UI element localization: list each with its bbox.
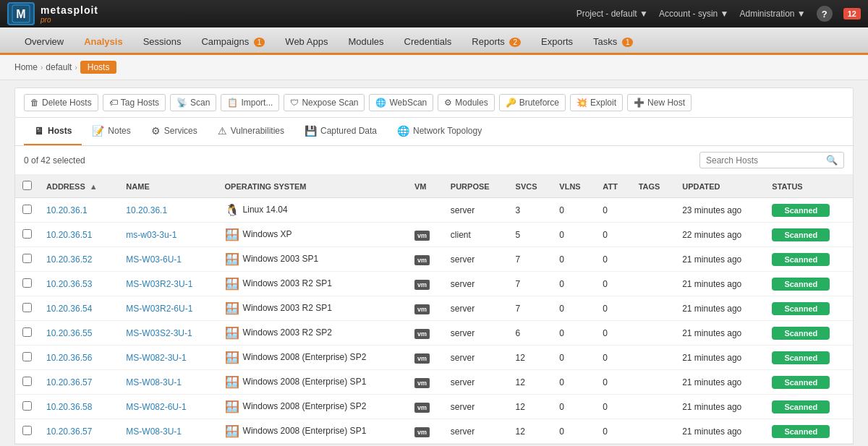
row-checkbox-cell[interactable] xyxy=(15,247,39,272)
row-name[interactable]: MS-W03R2-6U-1 xyxy=(119,296,217,321)
name-link[interactable]: ms-w03-3u-1 xyxy=(126,230,176,240)
address-link[interactable]: 10.20.36.52 xyxy=(46,254,92,265)
row-checkbox-cell[interactable] xyxy=(15,223,39,247)
nav-overview[interactable]: Overview xyxy=(14,30,74,55)
row-checkbox-cell[interactable] xyxy=(15,321,39,346)
nav-webapps[interactable]: Web Apps xyxy=(275,30,338,55)
row-checkbox-0[interactable] xyxy=(22,205,32,214)
nav-exports[interactable]: Exports xyxy=(531,30,583,55)
admin-selector[interactable]: Administration ▼ xyxy=(740,9,806,19)
name-link[interactable]: MS-W08-3U-1 xyxy=(126,377,182,387)
row-address[interactable]: 10.20.36.54 xyxy=(39,296,119,321)
search-input[interactable] xyxy=(706,155,826,166)
address-link[interactable]: 10.20.36.53 xyxy=(46,279,92,289)
row-address[interactable]: 10.20.36.58 xyxy=(39,395,119,419)
row-address[interactable]: 10.20.36.52 xyxy=(39,247,119,272)
name-link[interactable]: MS-W08-3U-1 xyxy=(126,426,182,437)
row-checkbox-4[interactable] xyxy=(22,303,32,312)
nav-credentials[interactable]: Credentials xyxy=(394,30,462,55)
account-selector[interactable]: Account - sysin ▼ xyxy=(659,9,729,19)
row-checkbox-7[interactable] xyxy=(22,377,32,386)
name-link[interactable]: MS-W03-6U-1 xyxy=(126,254,182,265)
notification-badge[interactable]: 12 xyxy=(843,8,861,20)
tab-hosts[interactable]: 🖥 Hosts xyxy=(24,118,82,145)
bruteforce-button[interactable]: 🔑 Bruteforce xyxy=(499,94,566,111)
scan-button[interactable]: 📡 Scan xyxy=(170,94,216,111)
modules-button[interactable]: ⚙ Modules xyxy=(438,94,494,111)
webscan-button[interactable]: 🌐 WebScan xyxy=(369,94,433,111)
address-link[interactable]: 10.20.36.54 xyxy=(46,304,92,314)
name-link[interactable]: MS-W082-3U-1 xyxy=(126,353,186,363)
nav-analysis[interactable]: Analysis xyxy=(74,30,132,55)
hosts-table: ADDRESS ▲ NAME OPERATING SYSTEM VM PURPO… xyxy=(15,175,853,444)
nav-tasks[interactable]: Tasks 1 xyxy=(583,30,643,55)
row-checkbox-2[interactable] xyxy=(22,254,32,263)
tab-notes[interactable]: 📝 Notes xyxy=(82,118,140,145)
name-link[interactable]: MS-W03R2-6U-1 xyxy=(126,304,192,314)
row-name[interactable]: MS-W03-6U-1 xyxy=(119,247,217,272)
row-checkbox-1[interactable] xyxy=(22,229,32,239)
name-link[interactable]: MS-W082-6U-1 xyxy=(126,402,186,412)
help-button[interactable]: ? xyxy=(817,6,833,22)
row-name[interactable]: MS-W08-3U-1 xyxy=(119,370,217,395)
project-selector[interactable]: Project - default ▼ xyxy=(576,9,648,19)
address-link[interactable]: 10.20.36.57 xyxy=(46,426,92,437)
row-address[interactable]: 10.20.36.57 xyxy=(39,370,119,395)
tag-hosts-button[interactable]: 🏷 Tag Hosts xyxy=(103,94,166,111)
row-name[interactable]: 10.20.36.1 xyxy=(119,198,217,223)
row-checkbox-3[interactable] xyxy=(22,278,32,288)
address-link[interactable]: 10.20.36.55 xyxy=(46,328,92,338)
row-address[interactable]: 10.20.36.51 xyxy=(39,223,119,247)
address-link[interactable]: 10.20.36.1 xyxy=(46,205,88,215)
row-checkbox-cell[interactable] xyxy=(15,272,39,296)
row-checkbox-5[interactable] xyxy=(22,327,32,337)
nav-modules[interactable]: Modules xyxy=(338,30,393,55)
name-link[interactable]: MS-W03R2-3U-1 xyxy=(126,279,192,289)
row-address[interactable]: 10.20.36.57 xyxy=(39,419,119,444)
exploit-button[interactable]: 💥 Exploit xyxy=(570,94,623,111)
tab-network-topology[interactable]: 🌐 Network Topology xyxy=(387,118,492,145)
row-checkbox-cell[interactable] xyxy=(15,346,39,370)
name-link[interactable]: 10.20.36.1 xyxy=(126,205,167,215)
breadcrumb-home[interactable]: Home xyxy=(14,62,38,72)
select-all-checkbox[interactable] xyxy=(22,181,32,190)
address-link[interactable]: 10.20.36.58 xyxy=(46,402,92,412)
nexpose-scan-button[interactable]: 🛡 Nexpose Scan xyxy=(284,94,365,111)
tab-captured-data[interactable]: 💾 Captured Data xyxy=(294,118,387,145)
row-name[interactable]: ms-w03-3u-1 xyxy=(119,223,217,247)
new-host-button[interactable]: ➕ New Host xyxy=(627,94,692,111)
row-checkbox-8[interactable] xyxy=(22,401,32,411)
row-address[interactable]: 10.20.36.56 xyxy=(39,346,119,370)
row-name[interactable]: MS-W082-3U-1 xyxy=(119,346,217,370)
row-name[interactable]: MS-W03S2-3U-1 xyxy=(119,321,217,346)
row-name[interactable]: MS-W08-3U-1 xyxy=(119,419,217,444)
import-button[interactable]: 📋 Import... xyxy=(221,94,279,111)
name-link[interactable]: MS-W03S2-3U-1 xyxy=(126,328,192,338)
row-checkbox-cell[interactable] xyxy=(15,198,39,223)
select-all-header[interactable] xyxy=(15,175,39,198)
row-checkbox-cell[interactable] xyxy=(15,296,39,321)
row-name[interactable]: MS-W03R2-3U-1 xyxy=(119,272,217,296)
row-address[interactable]: 10.20.36.53 xyxy=(39,272,119,296)
address-link[interactable]: 10.20.36.56 xyxy=(46,353,92,363)
nav-sessions[interactable]: Sessions xyxy=(133,30,192,55)
row-address[interactable]: 10.20.36.1 xyxy=(39,198,119,223)
address-link[interactable]: 10.20.36.57 xyxy=(46,377,92,387)
row-address[interactable]: 10.20.36.55 xyxy=(39,321,119,346)
row-checkbox-cell[interactable] xyxy=(15,419,39,444)
tab-vulnerabilities[interactable]: ⚠ Vulnerabilities xyxy=(208,118,294,145)
row-checkbox-cell[interactable] xyxy=(15,370,39,395)
row-purpose: server xyxy=(443,321,509,346)
address-link[interactable]: 10.20.36.51 xyxy=(46,230,92,240)
row-checkbox-6[interactable] xyxy=(22,352,32,361)
col-address[interactable]: ADDRESS ▲ xyxy=(39,175,119,198)
row-name[interactable]: MS-W082-6U-1 xyxy=(119,395,217,419)
nav-reports[interactable]: Reports 2 xyxy=(461,30,531,55)
nav-campaigns[interactable]: Campaigns 1 xyxy=(191,30,275,55)
search-box[interactable]: 🔍 xyxy=(699,152,844,168)
row-checkbox-9[interactable] xyxy=(22,426,32,435)
breadcrumb-project[interactable]: default xyxy=(46,62,72,72)
row-checkbox-cell[interactable] xyxy=(15,395,39,419)
tab-services[interactable]: ⚙ Services xyxy=(141,118,208,145)
delete-hosts-button[interactable]: 🗑 Delete Hosts xyxy=(24,94,98,111)
